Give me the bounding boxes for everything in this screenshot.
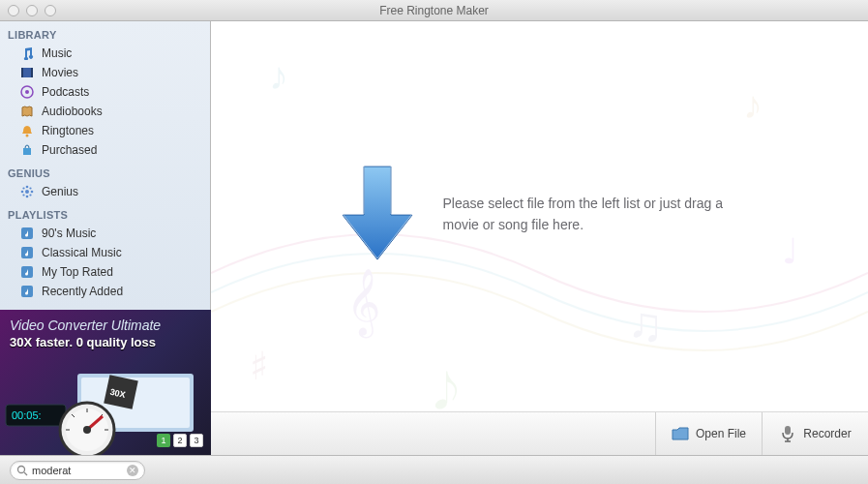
sidebar-item-classical-music[interactable]: Classical Music: [0, 243, 210, 262]
sidebar-item-label: Music: [42, 46, 72, 60]
window-controls: [8, 5, 56, 16]
svg-point-12: [22, 187, 24, 189]
svg-point-15: [29, 194, 31, 196]
bag-icon: [19, 142, 35, 158]
book-icon: [19, 104, 35, 119]
sidebar-item-label: Podcasts: [42, 85, 89, 99]
svg-point-11: [31, 191, 34, 194]
svg-point-5: [26, 135, 29, 137]
svg-point-32: [83, 426, 91, 434]
sidebar-item-label: My Top Rated: [42, 265, 113, 279]
sidebar-item-label: Movies: [42, 66, 78, 79]
sidebar-item-my-top-rated[interactable]: My Top Rated: [0, 262, 210, 282]
svg-text:00:05:: 00:05:: [12, 409, 42, 421]
playlist-icon: [19, 245, 35, 260]
svg-point-10: [21, 191, 24, 194]
promo-subtitle: 30X faster. 0 quality loss: [10, 335, 201, 349]
sidebar-item-podcasts[interactable]: Podcasts: [0, 82, 210, 102]
sidebar-item-audiobooks[interactable]: Audiobooks: [0, 102, 210, 121]
content-area: ♪ 𝄞 ♫ ♪ ♩ 𝅘𝅥𝅮 ♯ Please select file from …: [211, 21, 868, 455]
sidebar-item-90-s-music[interactable]: 90's Music: [0, 224, 210, 243]
promo-title: Video Converter Ultimate: [10, 318, 201, 333]
microphone-icon: [779, 425, 796, 442]
sidebar: LIBRARYMusicMoviesPodcastsAudiobooksRing…: [0, 21, 211, 310]
minimize-window-button[interactable]: [26, 5, 38, 16]
open-file-button[interactable]: Open File: [655, 412, 762, 455]
sidebar-item-ringtones[interactable]: Ringtones: [0, 121, 210, 140]
zoom-window-button[interactable]: [45, 5, 56, 16]
svg-rect-42: [785, 426, 791, 435]
sidebar-item-label: Classical Music: [42, 246, 122, 259]
sidebar-item-label: Purchased: [42, 143, 97, 157]
promo-page-1[interactable]: 1: [157, 434, 170, 447]
svg-rect-1: [21, 68, 23, 77]
titlebar: Free Ringtone Maker: [0, 0, 868, 21]
sidebar-item-genius[interactable]: Genius: [0, 182, 210, 201]
sidebar-item-movies[interactable]: Movies: [0, 63, 210, 82]
music-note-icon: [19, 45, 35, 61]
playlist-icon: [19, 226, 35, 241]
svg-line-46: [24, 472, 27, 475]
svg-rect-6: [23, 148, 31, 155]
podcast-icon: [19, 84, 35, 100]
close-window-button[interactable]: [8, 5, 19, 16]
playlist-icon: [19, 264, 35, 280]
clear-search-button[interactable]: ✕: [127, 465, 138, 476]
svg-point-45: [18, 466, 25, 472]
sidebar-item-recently-added[interactable]: Recently Added: [0, 282, 210, 301]
folder-icon: [672, 425, 689, 442]
genius-icon: [19, 184, 35, 199]
bottombar: ✕: [0, 455, 868, 484]
sidebar-item-music[interactable]: Music: [0, 44, 210, 63]
sidebar-item-label: 90's Music: [42, 227, 96, 240]
sidebar-section-header: GENIUS: [0, 160, 210, 182]
svg-point-7: [25, 190, 29, 194]
window-title: Free Ringtone Maker: [379, 4, 489, 17]
svg-point-13: [29, 187, 31, 189]
recorder-button[interactable]: Recorder: [762, 412, 868, 455]
down-arrow-icon: [337, 161, 418, 267]
recorder-label: Recorder: [803, 427, 851, 440]
dropzone-text: Please select file from the left list or…: [443, 193, 743, 236]
sidebar-item-label: Audiobooks: [42, 105, 103, 118]
open-file-label: Open File: [696, 427, 746, 440]
sidebar-item-purchased[interactable]: Purchased: [0, 140, 210, 160]
search-input[interactable]: [32, 465, 123, 476]
search-field-wrap: ✕: [10, 461, 145, 480]
promo-banner[interactable]: Video Converter Ultimate 30X faster. 0 q…: [0, 310, 211, 455]
bell-icon: [19, 123, 35, 138]
svg-point-4: [25, 90, 29, 94]
playlist-icon: [19, 284, 35, 299]
search-icon: [16, 465, 28, 476]
content-toolbar: Open File Recorder: [211, 411, 868, 455]
sidebar-section-header: PLAYLISTS: [0, 201, 210, 224]
dropzone[interactable]: Please select file from the left list or…: [211, 21, 868, 407]
promo-page-2[interactable]: 2: [173, 434, 187, 447]
sidebar-item-label: Genius: [42, 185, 78, 198]
sidebar-section-header: LIBRARY: [0, 21, 210, 44]
promo-pager: 1 2 3: [157, 434, 203, 447]
film-icon: [19, 65, 35, 80]
svg-point-9: [26, 196, 29, 198]
sidebar-item-label: Ringtones: [42, 124, 94, 137]
svg-rect-2: [31, 68, 33, 77]
svg-point-14: [22, 194, 24, 196]
sidebar-item-label: Recently Added: [42, 285, 123, 298]
svg-point-8: [26, 186, 29, 189]
promo-page-3[interactable]: 3: [190, 434, 203, 447]
